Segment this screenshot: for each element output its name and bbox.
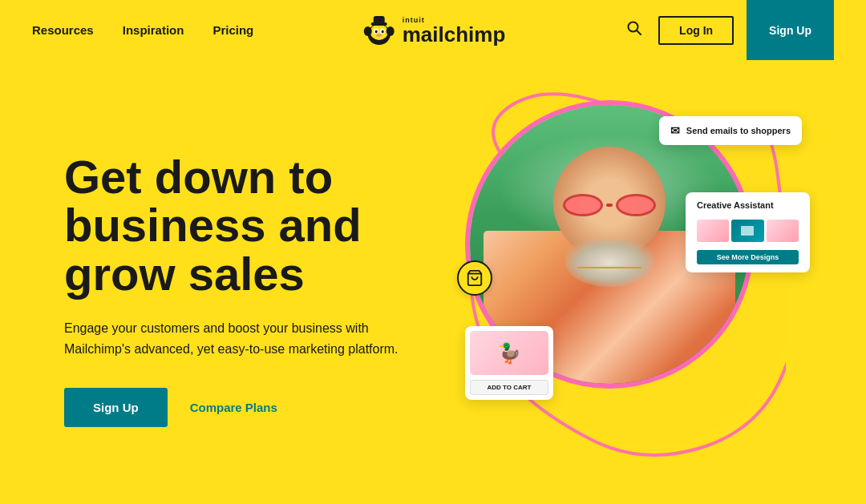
login-button[interactable]: Log In: [658, 16, 734, 45]
navigation: Resources Inspiration Pricing: [0, 0, 866, 60]
add-to-cart-label[interactable]: ADD TO CART: [470, 380, 548, 395]
email-card-text: Send emails to shoppers: [686, 126, 791, 135]
product-image: 🦆: [470, 331, 548, 375]
mailchimp-label: mailchimp: [403, 24, 506, 45]
search-button[interactable]: [623, 17, 645, 43]
design-grid: [697, 220, 799, 242]
signup-button-nav[interactable]: Sign Up: [747, 0, 834, 60]
nav-link-resources[interactable]: Resources: [32, 23, 94, 37]
svg-line-12: [637, 30, 641, 34]
hero-section: Get down to business and grow sales Enga…: [0, 60, 866, 504]
hero-visual: ✉ Send emails to shoppers Creative Assis…: [481, 76, 802, 504]
email-icon: ✉: [670, 124, 680, 137]
design-tile-1: [697, 220, 729, 242]
svg-point-6: [375, 30, 378, 33]
creative-card-content: Creative Assistant See More Designs: [697, 200, 799, 264]
logo[interactable]: intuit mailchimp: [361, 12, 506, 49]
hero-cta-group: Sign Up Compare Plans: [64, 388, 481, 427]
cart-icon-badge: [457, 260, 492, 296]
svg-point-2: [364, 26, 372, 36]
svg-point-7: [382, 30, 384, 33]
cart-icon: [466, 269, 484, 287]
hero-content: Get down to business and grow sales Enga…: [64, 153, 481, 428]
svg-rect-10: [374, 16, 385, 24]
hero-subtitle: Engage your customers and boost your bus…: [64, 318, 401, 359]
svg-point-8: [376, 34, 382, 37]
compare-plans-link[interactable]: Compare Plans: [190, 401, 277, 414]
nav-link-inspiration[interactable]: Inspiration: [123, 23, 184, 37]
svg-point-3: [386, 26, 395, 36]
hero-title: Get down to business and grow sales: [64, 153, 449, 300]
nav-right: Log In Sign Up: [623, 0, 834, 60]
creative-assistant-card: Creative Assistant See More Designs: [686, 192, 810, 272]
nav-link-pricing[interactable]: Pricing: [212, 23, 253, 37]
see-more-designs-button[interactable]: See More Designs: [697, 250, 799, 264]
nav-left: Resources Inspiration Pricing: [32, 23, 253, 37]
design-tile-2: [731, 220, 763, 242]
product-card: 🦆 ADD TO CART: [465, 326, 553, 400]
design-tile-3: [767, 220, 799, 242]
email-card: ✉ Send emails to shoppers: [659, 116, 802, 145]
logo-area: intuit mailchimp: [361, 12, 506, 49]
search-icon: [626, 20, 642, 36]
creative-card-title: Creative Assistant: [697, 200, 799, 210]
svg-point-1: [370, 24, 388, 40]
mailchimp-logo-icon: [361, 12, 398, 49]
signup-button-hero[interactable]: Sign Up: [64, 388, 168, 427]
